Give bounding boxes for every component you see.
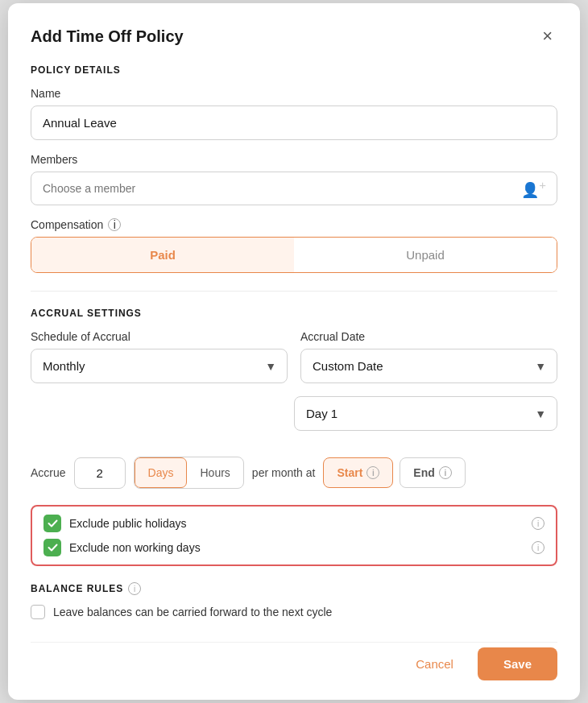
compensation-info-icon: i <box>108 218 121 231</box>
cancel-button[interactable]: Cancel <box>403 649 466 679</box>
compensation-toggle: Paid Unpaid <box>31 237 557 273</box>
balance-rules-info-icon: i <box>128 582 141 595</box>
start-label: Start <box>337 466 362 479</box>
day1-select-inner: Day 1 ▼ <box>294 396 557 431</box>
members-field-wrap: 👤+ <box>31 172 557 205</box>
day1-select-wrap: Day 1 ▼ <box>294 396 557 431</box>
add-member-icon: 👤+ <box>521 178 546 199</box>
balance-rules-label: BALANCE RULES <box>31 583 123 594</box>
end-label: End <box>413 466 434 479</box>
carry-forward-checkbox[interactable] <box>31 605 45 619</box>
exclude-non-working-days-checkbox[interactable] <box>43 539 61 556</box>
section-divider <box>31 291 557 292</box>
days-button[interactable]: Days <box>135 457 188 488</box>
end-info-icon: i <box>439 466 452 479</box>
schedule-accrual-col: Schedule of Accrual Monthly ▼ <box>31 330 288 383</box>
per-month-label: per month at <box>252 466 316 479</box>
day1-select[interactable]: Day 1 <box>294 396 557 431</box>
modal-title: Add Time Off Policy <box>31 27 184 46</box>
accrue-number-input[interactable] <box>74 457 126 489</box>
members-input[interactable] <box>31 172 557 205</box>
accrual-settings-section: ACCRUAL SETTINGS Schedule of Accrual Mon… <box>31 308 557 566</box>
accrual-date-col: Accrual Date Custom Date ▼ <box>300 330 557 383</box>
exclude-non-working-days-row: Exclude non working days i <box>43 539 545 556</box>
exclude-public-holidays-label: Exclude public holidays <box>69 517 524 530</box>
start-button[interactable]: Start i <box>323 457 393 488</box>
paid-button[interactable]: Paid <box>31 238 294 272</box>
save-button[interactable]: Save <box>478 647 557 680</box>
members-label: Members <box>31 153 557 166</box>
balance-rules-section: BALANCE RULES i Leave balances can be ca… <box>31 582 557 619</box>
accrual-settings-label: ACCRUAL SETTINGS <box>31 308 557 319</box>
name-input[interactable] <box>31 105 557 140</box>
compensation-label: Compensation <box>31 218 103 231</box>
modal-header: Add Time Off Policy × <box>31 26 557 47</box>
schedule-select-wrap: Monthly ▼ <box>31 349 288 383</box>
exclude-non-working-days-label: Exclude non working days <box>69 541 524 554</box>
accrue-row: Accrue Days Hours per month at Start i E… <box>31 457 557 489</box>
start-info-icon: i <box>366 466 379 479</box>
close-button[interactable]: × <box>537 26 557 47</box>
exclude-public-holidays-row: Exclude public holidays i <box>43 515 545 532</box>
policy-details-section: POLICY DETAILS Name Members 👤+ Compensat… <box>31 64 557 273</box>
schedule-label: Schedule of Accrual <box>31 330 288 343</box>
unit-toggle: Days Hours <box>134 457 244 489</box>
non-working-days-info-icon: i <box>532 541 545 554</box>
accrue-static-label: Accrue <box>31 466 66 479</box>
accrual-date-label: Accrual Date <box>300 330 557 343</box>
modal-footer: Cancel Save <box>31 642 557 680</box>
compensation-label-row: Compensation i <box>31 218 557 231</box>
unpaid-button[interactable]: Unpaid <box>294 238 557 272</box>
accrual-date-select[interactable]: Custom Date <box>300 349 557 383</box>
policy-details-label: POLICY DETAILS <box>31 64 557 76</box>
schedule-select[interactable]: Monthly <box>31 349 288 383</box>
public-holidays-info-icon: i <box>532 517 545 530</box>
exclude-public-holidays-checkbox[interactable] <box>43 515 61 532</box>
carry-forward-row: Leave balances can be carried forward to… <box>31 605 557 619</box>
end-button[interactable]: End i <box>400 457 465 488</box>
name-label: Name <box>31 87 557 100</box>
accrual-dropdowns-row: Schedule of Accrual Monthly ▼ Accrual Da… <box>31 330 557 383</box>
accrual-date-select-wrap: Custom Date ▼ <box>300 349 557 383</box>
add-time-off-modal: Add Time Off Policy × POLICY DETAILS Nam… <box>8 3 580 700</box>
start-end-toggle: Start i End i <box>323 457 465 488</box>
exclude-section: Exclude public holidays i Exclude non wo… <box>31 505 557 566</box>
carry-forward-label: Leave balances can be carried forward to… <box>53 606 332 618</box>
hours-button[interactable]: Hours <box>187 457 242 488</box>
